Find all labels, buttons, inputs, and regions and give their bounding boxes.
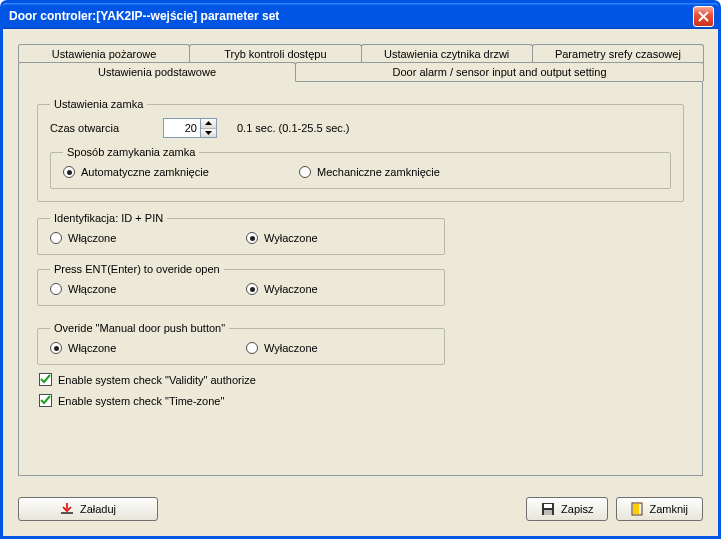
radio-icon bbox=[63, 166, 75, 178]
open-time-input[interactable] bbox=[164, 119, 200, 137]
radio-icon bbox=[246, 342, 258, 354]
checkbox-icon bbox=[39, 394, 52, 407]
window-title: Door controler:[YAK2IP--wejście] paramet… bbox=[9, 9, 279, 23]
window-close-button[interactable] bbox=[693, 6, 714, 27]
close-mech-label: Mechaniczne zamknięcie bbox=[317, 166, 440, 178]
ent-on-radio[interactable]: Włączone bbox=[50, 283, 230, 295]
titlebar: Door controler:[YAK2IP--wejście] paramet… bbox=[3, 3, 718, 29]
radio-icon bbox=[50, 283, 62, 295]
save-button[interactable]: Zapisz bbox=[526, 497, 608, 521]
door-icon bbox=[631, 502, 643, 516]
validity-checkbox[interactable]: Enable system check "Validity" authorize bbox=[39, 373, 682, 386]
idpin-legend: Identyfikacja: ID + PIN bbox=[50, 212, 167, 224]
tab-fire-settings[interactable]: Ustawienia pożarowe bbox=[18, 44, 190, 63]
save-icon bbox=[541, 502, 555, 516]
download-icon bbox=[60, 503, 74, 515]
close-auto-label: Automatyczne zamknięcie bbox=[81, 166, 209, 178]
radio-icon bbox=[246, 283, 258, 295]
ent-on-label: Włączone bbox=[68, 283, 116, 295]
close-method-legend: Sposób zamykania zamka bbox=[63, 146, 199, 158]
close-auto-radio[interactable]: Automatyczne zamknięcie bbox=[63, 166, 283, 178]
tab-access-mode[interactable]: Tryb kontroli dostępu bbox=[189, 44, 361, 63]
radio-icon bbox=[50, 342, 62, 354]
load-label: Załaduj bbox=[80, 503, 116, 515]
ent-override-group: Press ENT(Enter) to overide open Włączon… bbox=[37, 263, 445, 306]
tab-row-second: Ustawienia podstawowe Door alarm / senso… bbox=[18, 62, 703, 81]
idpin-on-label: Włączone bbox=[68, 232, 116, 244]
manual-off-radio[interactable]: Wyłaczone bbox=[246, 342, 432, 354]
open-time-unit: 0.1 sec. (0.1-25.5 sec.) bbox=[237, 122, 350, 134]
tab-panel: Ustawienia zamka Czas otwarcia 0.1 sec. … bbox=[18, 81, 703, 476]
svg-rect-5 bbox=[633, 504, 639, 514]
svg-rect-0 bbox=[61, 512, 73, 514]
svg-rect-3 bbox=[544, 510, 552, 515]
save-label: Zapisz bbox=[561, 503, 593, 515]
manual-on-label: Włączone bbox=[68, 342, 116, 354]
close-label: Zamknij bbox=[649, 503, 688, 515]
ent-override-legend: Press ENT(Enter) to overide open bbox=[50, 263, 224, 275]
timezone-checkbox[interactable]: Enable system check "Time-zone" bbox=[39, 394, 682, 407]
tab-timezone-params[interactable]: Parametry srefy czasowej bbox=[532, 44, 704, 63]
window-frame: Door controler:[YAK2IP--wejście] paramet… bbox=[0, 0, 721, 539]
idpin-group: Identyfikacja: ID + PIN Włączone Wyłaczo… bbox=[37, 212, 445, 255]
ent-off-label: Wyłaczone bbox=[264, 283, 318, 295]
spin-buttons bbox=[200, 119, 216, 137]
manual-override-group: Overide "Manual door push button" Włączo… bbox=[37, 322, 445, 365]
open-time-label: Czas otwarcia bbox=[50, 122, 155, 134]
close-mech-radio[interactable]: Mechaniczne zamknięcie bbox=[299, 166, 658, 178]
svg-rect-2 bbox=[544, 504, 552, 508]
radio-icon bbox=[246, 232, 258, 244]
load-button[interactable]: Załaduj bbox=[18, 497, 158, 521]
manual-off-label: Wyłaczone bbox=[264, 342, 318, 354]
open-time-row: Czas otwarcia 0.1 sec. (0.1-25.5 sec.) bbox=[50, 118, 671, 138]
tab-door-alarm[interactable]: Door alarm / sensor input and output set… bbox=[295, 62, 704, 81]
spin-down[interactable] bbox=[201, 129, 216, 138]
checkbox-icon bbox=[39, 373, 52, 386]
client-area: Ustawienia pożarowe Tryb kontroli dostęp… bbox=[6, 32, 715, 533]
lock-settings-group: Ustawienia zamka Czas otwarcia 0.1 sec. … bbox=[37, 98, 684, 202]
bottom-button-row: Załaduj Zapisz Zamknij bbox=[18, 497, 703, 521]
timezone-label: Enable system check "Time-zone" bbox=[58, 395, 224, 407]
validity-label: Enable system check "Validity" authorize bbox=[58, 374, 256, 386]
spin-up[interactable] bbox=[201, 119, 216, 129]
tab-row-top: Ustawienia pożarowe Tryb kontroli dostęp… bbox=[18, 44, 703, 63]
close-icon bbox=[698, 11, 709, 22]
close-button[interactable]: Zamknij bbox=[616, 497, 703, 521]
manual-override-legend: Overide "Manual door push button" bbox=[50, 322, 229, 334]
idpin-off-radio[interactable]: Wyłaczone bbox=[246, 232, 432, 244]
idpin-on-radio[interactable]: Włączone bbox=[50, 232, 230, 244]
open-time-spinner[interactable] bbox=[163, 118, 217, 138]
tab-reader-settings[interactable]: Ustawienia czytnika drzwi bbox=[361, 44, 533, 63]
right-button-group: Zapisz Zamknij bbox=[526, 497, 703, 521]
close-method-group: Sposób zamykania zamka Automatyczne zamk… bbox=[50, 146, 671, 189]
idpin-off-label: Wyłaczone bbox=[264, 232, 318, 244]
radio-icon bbox=[50, 232, 62, 244]
radio-icon bbox=[299, 166, 311, 178]
tab-basic-settings[interactable]: Ustawienia podstawowe bbox=[18, 62, 296, 82]
ent-off-radio[interactable]: Wyłaczone bbox=[246, 283, 432, 295]
manual-on-radio[interactable]: Włączone bbox=[50, 342, 230, 354]
lock-settings-legend: Ustawienia zamka bbox=[50, 98, 147, 110]
